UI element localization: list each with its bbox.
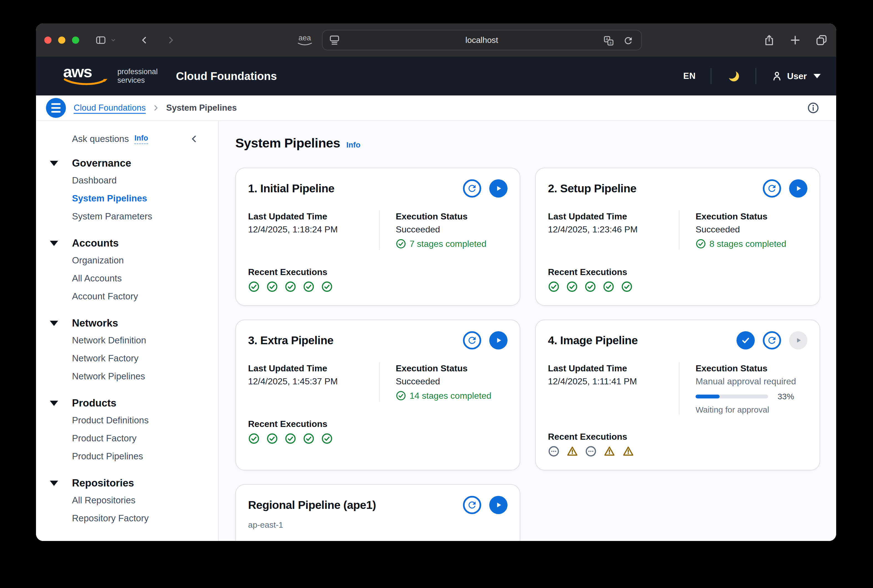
progress-track bbox=[696, 394, 768, 399]
sidebar-section-header[interactable]: Accounts bbox=[36, 235, 218, 251]
sidebar-section-header[interactable]: Networks bbox=[36, 315, 218, 331]
info-icon[interactable] bbox=[807, 102, 820, 114]
triangle-down-icon bbox=[50, 161, 58, 166]
sidebar-item-all-repositories[interactable]: All Repositories bbox=[36, 491, 218, 509]
triangle-down-icon bbox=[50, 481, 58, 486]
svg-text:a: a bbox=[609, 41, 612, 45]
success-icon bbox=[603, 281, 615, 292]
run-pipeline-button[interactable] bbox=[489, 179, 508, 198]
zoom-window-button[interactable] bbox=[72, 36, 79, 44]
sidebar-collapse-icon[interactable] bbox=[189, 134, 199, 144]
refresh-button[interactable] bbox=[763, 331, 781, 350]
sidebar-item-product-factory[interactable]: Product Factory bbox=[36, 429, 218, 447]
logo-subtitle: professional services bbox=[117, 68, 158, 85]
minimize-window-button[interactable] bbox=[58, 36, 65, 44]
sidebar-item-all-accounts[interactable]: All Accounts bbox=[36, 269, 218, 287]
dark-mode-toggle[interactable] bbox=[726, 69, 741, 83]
stages-completed: 8 stages completed bbox=[696, 238, 807, 250]
last-updated-label: Last Updated Time bbox=[548, 362, 679, 374]
sidebar-toggle-icon[interactable] bbox=[95, 34, 116, 46]
pipeline-card-setup: 2. Setup Pipeline Last Updated Time 12/4… bbox=[535, 168, 820, 306]
approval-progress: 33% bbox=[696, 392, 807, 401]
sidebar-item-network-pipelines[interactable]: Network Pipelines bbox=[36, 367, 218, 385]
stages-completed: 7 stages completed bbox=[396, 238, 508, 250]
breadcrumb-root-link[interactable]: Cloud Foundations bbox=[74, 103, 146, 113]
approve-button[interactable] bbox=[736, 331, 755, 350]
run-pipeline-button[interactable] bbox=[789, 179, 807, 198]
refresh-button[interactable] bbox=[763, 179, 781, 198]
sidebar-section-networks: Networks Network Definition Network Fact… bbox=[36, 315, 218, 385]
run-pipeline-button-disabled bbox=[789, 331, 807, 350]
sidebar-item-account-factory[interactable]: Account Factory bbox=[36, 287, 218, 305]
refresh-button[interactable] bbox=[463, 331, 481, 350]
sidebar-item-system-pipelines[interactable]: System Pipelines bbox=[36, 189, 218, 207]
recent-executions-icons bbox=[548, 446, 807, 457]
sidebar-item-product-pipelines[interactable]: Product Pipelines bbox=[36, 447, 218, 465]
sidebar-item-network-factory[interactable]: Network Factory bbox=[36, 349, 218, 367]
success-icon bbox=[396, 238, 406, 249]
progress-fill bbox=[696, 394, 719, 399]
language-selector[interactable]: EN bbox=[683, 71, 696, 81]
last-updated-value: 12/4/2025, 1:45:37 PM bbox=[248, 375, 379, 387]
divider bbox=[756, 68, 756, 84]
sidebar-section-accounts: Accounts Organization All Accounts Accou… bbox=[36, 235, 218, 305]
pending-icon bbox=[548, 446, 560, 457]
side-navigation: Ask questions Info Governance Dashboard … bbox=[36, 121, 219, 541]
user-menu[interactable]: User bbox=[771, 70, 821, 82]
success-icon bbox=[321, 281, 333, 292]
tab-overview-icon[interactable] bbox=[815, 34, 828, 46]
success-icon bbox=[266, 281, 278, 292]
refresh-button[interactable] bbox=[463, 179, 481, 198]
pending-icon bbox=[585, 446, 597, 457]
last-updated-label: Last Updated Time bbox=[248, 362, 379, 374]
success-icon bbox=[696, 238, 706, 249]
browser-window: aea localhost Aa bbox=[36, 24, 836, 541]
success-icon bbox=[621, 281, 633, 292]
last-updated-value: 12/4/2025, 1:18:24 PM bbox=[248, 223, 379, 236]
sidebar-section-header[interactable]: Governance bbox=[36, 155, 218, 171]
refresh-button[interactable] bbox=[463, 496, 481, 514]
sidebar-item-organization[interactable]: Organization bbox=[36, 251, 218, 269]
sidebar-item-system-parameters[interactable]: System Parameters bbox=[36, 207, 218, 225]
address-bar[interactable]: localhost Aa bbox=[322, 30, 642, 50]
hamburger-menu-button[interactable] bbox=[46, 98, 66, 118]
browser-toolbar: aea localhost Aa bbox=[36, 24, 836, 57]
warning-icon bbox=[603, 446, 616, 457]
last-updated-value: 12/4/2025, 1:23:46 PM bbox=[548, 223, 679, 236]
warning-icon bbox=[566, 446, 578, 457]
last-updated-label: Last Updated Time bbox=[248, 210, 379, 222]
run-pipeline-button[interactable] bbox=[489, 496, 508, 514]
region-subtitle: ap-east-1 bbox=[248, 520, 508, 530]
success-icon bbox=[248, 433, 260, 444]
success-icon bbox=[303, 281, 314, 292]
breadcrumb: Cloud Foundations System Pipelines bbox=[36, 96, 836, 121]
sidebar-section-header[interactable]: Products bbox=[36, 395, 218, 411]
execution-status-label: Execution Status bbox=[396, 210, 508, 222]
translate-icon[interactable]: Aa bbox=[603, 35, 615, 47]
sidebar-item-repository-factory[interactable]: Repository Factory bbox=[36, 509, 218, 527]
back-icon[interactable] bbox=[140, 34, 149, 46]
success-icon bbox=[285, 433, 296, 444]
sidebar-item-network-definition[interactable]: Network Definition bbox=[36, 331, 218, 349]
share-icon[interactable] bbox=[763, 33, 775, 47]
forward-icon[interactable] bbox=[166, 34, 176, 46]
progress-percent: 33% bbox=[777, 392, 794, 401]
success-icon bbox=[303, 433, 314, 444]
recent-executions-label: Recent Executions bbox=[548, 266, 807, 278]
execution-status-label: Execution Status bbox=[396, 362, 508, 374]
recent-executions-icons bbox=[548, 281, 807, 292]
execution-status-value: Succeeded bbox=[396, 375, 508, 387]
close-window-button[interactable] bbox=[44, 36, 51, 44]
card-title: Regional Pipeline (ape1) bbox=[248, 499, 463, 512]
reload-icon[interactable] bbox=[623, 35, 634, 47]
reader-icon[interactable] bbox=[329, 34, 340, 47]
sidebar-item-dashboard[interactable]: Dashboard bbox=[36, 171, 218, 189]
pipeline-card-initial: 1. Initial Pipeline Last Updated Time 12… bbox=[235, 168, 520, 306]
new-tab-icon[interactable] bbox=[789, 34, 801, 46]
ask-questions-label[interactable]: Ask questions bbox=[72, 134, 129, 144]
page-info-link[interactable]: Info bbox=[346, 141, 361, 149]
sidebar-section-header[interactable]: Repositories bbox=[36, 475, 218, 491]
ask-questions-info-link[interactable]: Info bbox=[134, 134, 148, 144]
run-pipeline-button[interactable] bbox=[489, 331, 508, 350]
sidebar-item-product-definitions[interactable]: Product Definitions bbox=[36, 411, 218, 429]
